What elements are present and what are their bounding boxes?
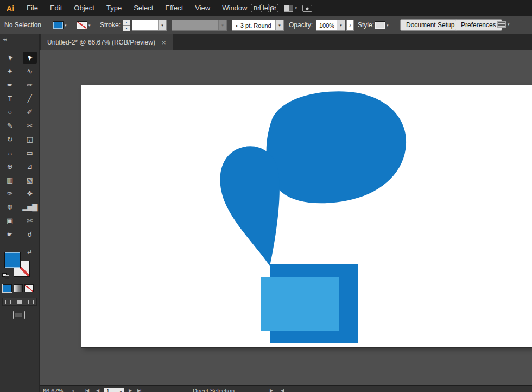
last-artboard-button[interactable]: ▶| [137, 388, 141, 392]
stroke-panel-link[interactable]: Stroke: [100, 16, 121, 34]
stroke-none-swatch [77, 21, 87, 29]
sync-settings-icon[interactable] [302, 5, 312, 12]
zoom-dropdown-icon[interactable]: ▾ [72, 389, 74, 392]
drawing-mode-buttons[interactable] [2, 298, 37, 306]
collapse-panel-icon[interactable]: ◂◂ [3, 36, 5, 42]
tool-gradient[interactable]: ▧ [23, 174, 37, 186]
tool-selection[interactable]: ➤ [3, 52, 17, 64]
tool-type[interactable]: T [3, 92, 17, 104]
tool-curvature[interactable]: ✏ [23, 79, 37, 91]
color-button[interactable] [3, 284, 12, 292]
draw-behind-icon[interactable] [17, 300, 22, 304]
artboard-navigation-field[interactable]: 1 ▾ [104, 388, 124, 392]
menu-select[interactable]: Select [128, 0, 159, 16]
stroke-width-combo[interactable]: ▾ [132, 20, 167, 31]
tool-slice[interactable]: ✄ [23, 214, 37, 226]
status-back-icon[interactable]: ◀ [281, 388, 283, 392]
style-combo[interactable]: ▾ [375, 21, 389, 30]
arrange-documents-button[interactable]: ▾ [284, 5, 297, 12]
chevron-down-icon: ▾ [65, 23, 67, 28]
stepper-down-icon[interactable]: ▾ [123, 26, 130, 31]
tool-pencil[interactable]: ✎ [3, 119, 17, 131]
opacity-chevron-button[interactable]: › [346, 20, 354, 31]
swap-fill-stroke-icon[interactable]: ⇄ [27, 249, 31, 255]
artboard[interactable] [81, 85, 532, 347]
menu-effect[interactable]: Effect [159, 0, 189, 16]
chevron-down-icon: ▾ [88, 23, 91, 28]
tool-width[interactable]: ↔ [3, 147, 17, 159]
stroke-width-stepper[interactable]: ▴ ▾ [123, 20, 130, 31]
stepper-up-icon[interactable]: ▴ [123, 20, 130, 26]
status-play-icon[interactable]: ▶ [270, 388, 273, 392]
screen-mode-button[interactable] [13, 311, 25, 319]
chevron-down-icon: ▾ [337, 20, 345, 30]
lasso-tool-icon: ∿ [27, 68, 33, 75]
previous-artboard-button[interactable]: ◀ [96, 388, 99, 392]
tool-column-graph[interactable]: ▂▅▇ [23, 201, 37, 213]
brush-definition-combo[interactable]: • 3 pt. Round ▾ [232, 20, 284, 31]
tool-magic-wand[interactable]: ✦ [3, 65, 17, 77]
curvature-tool-icon: ✏ [27, 81, 33, 88]
tool-shape-builder[interactable]: ⊕ [3, 160, 17, 172]
fill-color-indicator[interactable] [4, 252, 21, 268]
next-artboard-button[interactable]: ▶ [129, 388, 131, 392]
tool-ellipse[interactable]: ○ [3, 106, 17, 118]
tool-hand[interactable]: ☛ [3, 228, 17, 240]
gradient-button[interactable] [14, 284, 23, 292]
tool-blend[interactable]: ❖ [23, 187, 37, 199]
tool-lasso[interactable]: ∿ [23, 65, 37, 77]
tool-perspective-grid[interactable]: ⊿ [23, 160, 37, 172]
menu-object[interactable]: Object [68, 0, 100, 16]
bridge-button[interactable]: Br [251, 4, 262, 12]
perspective-grid-tool-icon: ⊿ [27, 163, 33, 170]
overlay-rect-shape[interactable] [261, 277, 339, 331]
tool-paintbrush[interactable]: ✐ [23, 106, 37, 118]
menu-edit[interactable]: Edit [44, 0, 68, 16]
opacity-panel-link[interactable]: Opacity: [289, 16, 313, 34]
menu-file[interactable]: File [21, 0, 44, 16]
style-panel-link[interactable]: Style: [358, 16, 374, 34]
document-tab-title: Untitled-2* @ 66.67% (RGB/Preview) [47, 39, 155, 46]
document-setup-button[interactable]: Document Setup [400, 19, 460, 31]
preferences-button[interactable]: Preferences [455, 19, 502, 31]
tools-grid: ➤ ➤ ✦ ∿ ✒ ✏ T ╱ ○ ✐ ✎ ✂ ↻ ◱ ↔ ▭ ⊕ ⊿ ▦ ▧ … [0, 52, 40, 240]
tool-eyedropper[interactable]: ✑ [3, 187, 17, 199]
artwork-layer [81, 85, 532, 347]
workspace-switcher[interactable]: ▾ [497, 21, 510, 28]
leaf-shape[interactable] [220, 146, 279, 266]
tool-scale[interactable]: ◱ [23, 133, 37, 145]
tool-rotate[interactable]: ↻ [3, 133, 17, 145]
menu-type[interactable]: Type [100, 0, 128, 16]
close-tab-icon[interactable]: × [162, 39, 166, 47]
pasteboard[interactable] [40, 50, 532, 385]
document-tab[interactable]: Untitled-2* @ 66.67% (RGB/Preview) × [41, 34, 173, 50]
mesh-tool-icon: ▦ [7, 176, 13, 184]
tool-scissors[interactable]: ✂ [23, 119, 37, 131]
chevron-down-icon: ▾ [508, 22, 510, 27]
default-fill-stroke-icon[interactable] [2, 273, 10, 280]
stock-button[interactable]: St [268, 4, 278, 12]
draw-inside-icon[interactable] [28, 300, 34, 304]
workspace-icon [497, 21, 506, 28]
tool-symbol-sprayer[interactable]: ❉ [3, 201, 17, 213]
tool-artboard[interactable]: ▣ [3, 214, 17, 226]
draw-normal-icon[interactable] [5, 300, 11, 304]
first-artboard-button[interactable]: |◀ [85, 388, 88, 392]
tool-free-transform[interactable]: ▭ [23, 147, 37, 159]
menu-view[interactable]: View [189, 0, 216, 16]
tool-direct-selection[interactable]: ➤ [23, 52, 37, 64]
stroke-color-combo[interactable]: ▾ [77, 21, 91, 30]
tool-pen[interactable]: ✒ [3, 79, 17, 91]
menu-window[interactable]: Window [216, 0, 253, 16]
tool-mesh[interactable]: ▦ [3, 174, 17, 186]
chevron-down-icon: ▾ [275, 20, 283, 30]
tool-zoom[interactable]: ☌ [23, 228, 37, 240]
zoom-level[interactable]: 66.67% [43, 388, 63, 392]
none-button[interactable] [24, 284, 34, 292]
tool-line-segment[interactable]: ╱ [23, 92, 37, 104]
blob-shape[interactable] [267, 91, 406, 203]
status-divider [80, 387, 80, 392]
magic-wand-tool-icon: ✦ [7, 68, 13, 75]
opacity-combo[interactable]: 100% ▾ [316, 20, 345, 31]
fill-color-combo[interactable]: ▾ [53, 21, 67, 30]
